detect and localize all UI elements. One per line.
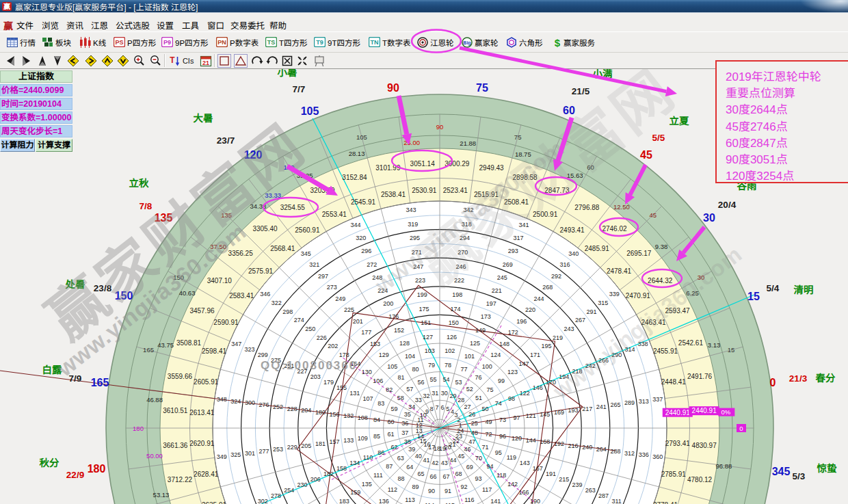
wheel-number: 203 xyxy=(310,373,321,380)
toolbar-item-hexagon[interactable]: 六角形 xyxy=(506,32,543,52)
toolbar-item-badge-P9[interactable]: P99P四方形 xyxy=(161,32,209,52)
menu-item-10[interactable]: 帮助 xyxy=(269,18,287,31)
svg-text:PS: PS xyxy=(115,39,123,46)
easel-icon xyxy=(313,55,326,67)
wheel-number: 7 xyxy=(436,404,439,411)
wheel-number: 157 xyxy=(330,438,340,445)
annotation-line-4: 45度2746点 xyxy=(726,119,848,135)
toolbar-item-dollar[interactable]: $赢家服务 xyxy=(553,32,595,52)
wheel-number: 298 xyxy=(282,308,293,315)
toolbar-item-blocks[interactable]: 板块 xyxy=(42,32,71,52)
diamond-down-button[interactable] xyxy=(116,54,130,68)
wheel-number: 360 xyxy=(652,453,663,460)
annotation-line-7: 120度3254点 xyxy=(726,168,848,185)
arc-ccw-button[interactable] xyxy=(265,54,279,68)
wheel-number: 220 xyxy=(525,306,535,313)
price-value: 2635.91 xyxy=(202,501,227,504)
arc-cw-button[interactable] xyxy=(250,54,264,68)
triangle-tool-button[interactable] xyxy=(234,54,248,68)
wheel-number: 29 xyxy=(450,393,457,399)
date-label: 21/5 xyxy=(572,86,590,96)
percent-label: 0% xyxy=(721,408,730,416)
zoom-out-button[interactable] xyxy=(148,54,162,68)
menu-item-9[interactable]: 交易委托 xyxy=(230,18,265,31)
solar-term-label: 小暑 xyxy=(277,69,297,78)
wheel-number: 192 xyxy=(554,440,564,447)
wheel-number: 147 xyxy=(519,360,529,367)
wheel-number: 265 xyxy=(610,401,620,408)
toolbar-item-label: 行情 xyxy=(20,37,36,48)
tri-left-button[interactable] xyxy=(4,54,18,68)
calc-support-button[interactable]: 计算支撑 xyxy=(36,139,72,152)
price-value: 2478.41 xyxy=(607,267,632,275)
calc-resistance-button[interactable]: 计算阻力 xyxy=(0,139,35,152)
calendar-21-button[interactable]: 21 xyxy=(199,54,213,68)
price-value: 2620.91 xyxy=(189,440,215,447)
toolbar-item-quote-grid[interactable]: 行情 xyxy=(7,32,36,52)
menu-item-6[interactable]: 设置 xyxy=(157,18,174,31)
price-value: 2628.41 xyxy=(194,470,219,478)
menu-item-2[interactable]: 浏览 xyxy=(42,18,59,31)
toolbar-item-badge-TN[interactable]: TNT数字表 xyxy=(369,32,411,52)
wheel-number: 100 xyxy=(482,363,492,370)
wheel-number: 36 xyxy=(401,420,408,427)
gann-wheel: 1234567891011121314151617181920212223242… xyxy=(0,69,837,504)
window-title: 赢家江恩专业版[赢家服务平台] - [上证指数 江恩轮] xyxy=(15,1,198,12)
toolbar-item-label: T数字表 xyxy=(382,37,411,48)
wheel-number: 183 xyxy=(339,498,349,504)
toolbar-item-big-wheel[interactable]: Big赢家轮 xyxy=(462,32,499,52)
menu-item-8[interactable]: 窗口 xyxy=(207,18,224,31)
wheel-number: 55 xyxy=(430,376,437,383)
price-value: 2523.41 xyxy=(443,187,468,194)
diamond-left-icon xyxy=(67,55,79,67)
toolbar-item-badge-T9[interactable]: T99T四方形 xyxy=(314,32,360,52)
price-value: 2448.41 xyxy=(661,378,687,386)
toolbar-item-gann-wheel[interactable]: 江恩轮 xyxy=(417,32,454,52)
wheel-number: 114 xyxy=(425,502,434,504)
square-tool-icon xyxy=(218,55,230,67)
triangle-tool-icon xyxy=(235,55,247,67)
params-rows: 价格=2440.9099时间=20190104变换系数=1.00000周天变化步… xyxy=(0,84,72,137)
t-updown-button[interactable]: T xyxy=(168,54,182,68)
price-value: 2605.91 xyxy=(194,378,219,386)
menu-item-5[interactable]: 公式选股 xyxy=(116,18,150,31)
wheel-number: 118 xyxy=(496,472,506,479)
menu-item-3[interactable]: 资讯 xyxy=(66,18,83,31)
date-label: 22/9 xyxy=(66,470,84,480)
menu-item-7[interactable]: 工具 xyxy=(182,18,199,31)
tri-down-button[interactable] xyxy=(51,54,64,68)
move-arrows-button[interactable] xyxy=(295,54,309,68)
x-box-button[interactable] xyxy=(280,54,294,68)
easel-button[interactable] xyxy=(313,54,326,68)
zoom-in-button[interactable] xyxy=(132,54,146,68)
toolbar-item-badge-TS[interactable]: TST四方形 xyxy=(265,32,308,52)
menu-item-1[interactable]: 文件 xyxy=(16,18,34,31)
wheel-number: 300 xyxy=(245,399,255,406)
tri-right-button[interactable] xyxy=(19,54,33,68)
toolbar-item-badge-PS[interactable]: PSP四方形 xyxy=(114,32,156,52)
wheel-number: 148 xyxy=(499,341,509,347)
wheel-number: 52 xyxy=(466,386,473,393)
wheel-number: 95 xyxy=(495,449,502,456)
cls-button[interactable]: CIs xyxy=(183,54,196,68)
wheel-number: 124 xyxy=(490,352,501,358)
price-value: 2590.91 xyxy=(213,319,239,326)
menu-item-4[interactable]: 江恩 xyxy=(91,18,108,31)
date-label: 7/7 xyxy=(293,84,306,94)
diamond-right-button[interactable] xyxy=(84,54,98,68)
wheel-number: 38 xyxy=(404,438,411,445)
diamond-up-button[interactable] xyxy=(101,54,114,68)
degree-label: 75 xyxy=(514,133,522,141)
toolbar-item-kline[interactable]: K线 xyxy=(79,32,106,52)
diamond-left-button[interactable] xyxy=(66,54,80,68)
toolbar-item-badge-PN[interactable]: PNP数字表 xyxy=(216,32,259,52)
wheel-number: 50 xyxy=(482,406,489,412)
wheel-number: 182 xyxy=(323,470,334,477)
toolbar-item-label: 六角形 xyxy=(519,37,543,48)
wheel-number: 292 xyxy=(551,273,561,280)
app-logo-icon: 赢 xyxy=(2,2,12,11)
price-value: 2455.91 xyxy=(653,347,678,355)
wheel-number: 113 xyxy=(405,496,414,503)
tri-up-button[interactable] xyxy=(36,54,49,68)
square-tool-button[interactable] xyxy=(217,54,231,68)
